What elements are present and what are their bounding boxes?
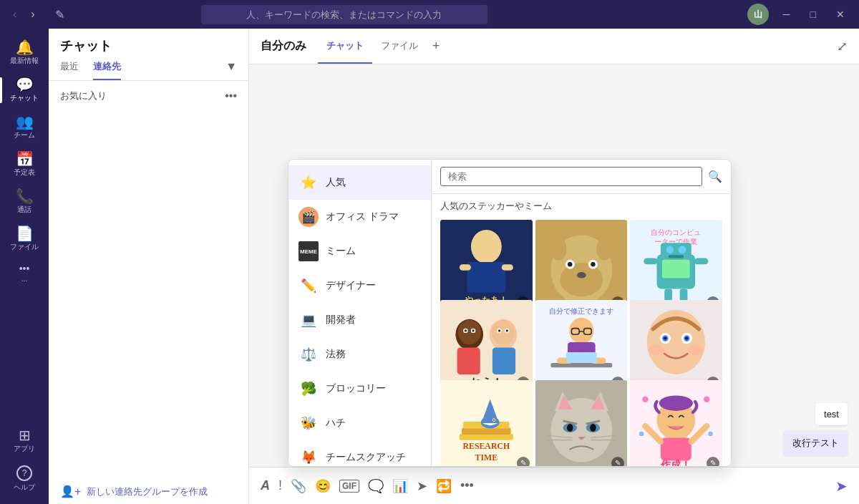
sticker-grumpy[interactable]: ✎ bbox=[535, 380, 628, 466]
sticker-baby[interactable]: ✎ bbox=[630, 300, 722, 392]
svg-point-31 bbox=[458, 320, 481, 344]
sidebar-item-calendar[interactable]: 📅 予定表 bbox=[0, 146, 49, 183]
back-button[interactable]: ‹ bbox=[9, 6, 21, 22]
category-office-drama[interactable]: 🎬 オフィス ドラマ bbox=[288, 200, 431, 234]
svg-point-64 bbox=[649, 344, 664, 355]
sticker-search-input[interactable] bbox=[440, 167, 702, 186]
svg-rect-43 bbox=[492, 347, 515, 374]
schedule-message-icon[interactable]: ➤ bbox=[417, 478, 427, 494]
tab-recent[interactable]: 最近 bbox=[60, 60, 79, 80]
more-actions-icon[interactable]: ••• bbox=[460, 478, 474, 493]
tab-contacts[interactable]: 連絡先 bbox=[93, 60, 121, 80]
category-bee-label: ハチ bbox=[326, 417, 346, 430]
loop-icon[interactable]: 🔁 bbox=[436, 478, 452, 494]
sticker-picker: ⭐ 人気 🎬 オフィス ドラマ MEME ミーム ✏️ デザイナー 💻 bbox=[288, 159, 732, 467]
favorites-section: お気に入り ••• bbox=[49, 81, 248, 111]
tab-channel-chat[interactable]: チャット bbox=[318, 29, 372, 64]
sticker-fix[interactable]: 自分で修正できます bbox=[535, 300, 628, 392]
message-bar: A ! 📎 😊 GIF 🗨️ 📊 ➤ 🔁 ••• ➤ bbox=[249, 467, 859, 504]
main-layout: 🔔 最新情報 💬 チャット 👥 チーム 📅 予定表 📞 通話 📄 ファイル ••… bbox=[0, 29, 859, 504]
sidebar-item-chat[interactable]: 💬 チャット bbox=[0, 72, 49, 109]
sidebar-item-activity[interactable]: 🔔 最新情報 bbox=[0, 34, 49, 72]
sticker-icon[interactable]: 🗨️ bbox=[368, 478, 384, 494]
maximize-button[interactable]: □ bbox=[805, 7, 822, 21]
sticker-research[interactable]: RESEARCH TIME ✎ bbox=[440, 380, 533, 466]
svg-point-84 bbox=[590, 424, 596, 432]
sticker-robot[interactable]: 自分のコンピュ ーターで作業 bbox=[630, 220, 722, 312]
sticker-main: 🔍 人気のステッカーやミーム bbox=[432, 160, 731, 466]
nav-buttons: ‹ › bbox=[9, 6, 39, 22]
new-contact-group-button[interactable]: 👤+ 新しい連絡先グループを作成 bbox=[49, 479, 248, 504]
svg-text:自分で修正できます: 自分で修正できます bbox=[549, 307, 613, 315]
message-test: test bbox=[815, 403, 848, 425]
svg-rect-24 bbox=[662, 260, 690, 278]
svg-text:自分のコンピュ: 自分のコンピュ bbox=[651, 228, 702, 236]
sidebar-label-apps: アプリ bbox=[14, 444, 35, 454]
svg-text:TIME: TIME bbox=[475, 452, 498, 462]
sidebar-label-files: ファイル bbox=[10, 242, 39, 252]
category-developer[interactable]: 💻 開発者 bbox=[288, 303, 431, 337]
poll-icon[interactable]: 📊 bbox=[392, 478, 408, 494]
forward-button[interactable]: › bbox=[26, 6, 39, 22]
svg-point-13 bbox=[577, 272, 586, 278]
category-broccoli[interactable]: 🥦 ブロッコリー bbox=[288, 372, 431, 406]
sidebar-item-calls[interactable]: 📞 通話 bbox=[0, 183, 49, 220]
sticker-research-edit[interactable]: ✎ bbox=[517, 457, 530, 466]
category-meme[interactable]: MEME ミーム bbox=[288, 234, 431, 268]
sticker-grid: やったあ！ ✎ bbox=[432, 217, 731, 466]
category-popular[interactable]: ⭐ 人気 bbox=[288, 165, 431, 200]
category-designer-label: デザイナー bbox=[326, 279, 376, 292]
category-bee[interactable]: 🐝 ハチ bbox=[288, 406, 431, 440]
svg-point-94 bbox=[639, 432, 644, 436]
channel-expand-icon[interactable]: ⤢ bbox=[837, 39, 848, 54]
svg-rect-68 bbox=[462, 427, 511, 435]
svg-text:作成！: 作成！ bbox=[661, 459, 691, 466]
svg-point-8 bbox=[560, 263, 603, 296]
svg-point-70 bbox=[481, 416, 500, 428]
chat-panel-header: チャット 最近 連絡先 ▼ bbox=[49, 29, 248, 81]
gif-icon[interactable]: GIF bbox=[339, 480, 359, 493]
sidebar-item-files[interactable]: 📄 ファイル bbox=[0, 220, 49, 258]
attachment-icon[interactable]: 📎 bbox=[291, 478, 306, 494]
format-text-icon[interactable]: A bbox=[261, 478, 270, 493]
filter-icon[interactable]: ▼ bbox=[225, 60, 237, 80]
category-designer[interactable]: ✏️ デザイナー bbox=[288, 268, 431, 303]
sticker-yaatta[interactable]: やったあ！ ✎ bbox=[440, 220, 533, 312]
svg-point-41 bbox=[498, 329, 500, 331]
close-button[interactable]: ✕ bbox=[830, 7, 850, 21]
category-popular-label: 人気 bbox=[326, 176, 346, 189]
sidebar-item-apps[interactable]: ⊞ アプリ bbox=[11, 422, 38, 460]
sidebar-item-help[interactable]: ? ヘルプ bbox=[11, 460, 38, 498]
meme-icon: MEME bbox=[299, 241, 319, 261]
compose-button[interactable]: ✎ bbox=[51, 6, 69, 23]
minimize-button[interactable]: ─ bbox=[777, 7, 796, 21]
right-area: 自分のみ チャット ファイル + ⤢ test 改行テスト ⭐ 人気 🎬 bbox=[249, 29, 859, 504]
favorites-label: お気に入り bbox=[60, 89, 107, 102]
send-button[interactable]: ➤ bbox=[835, 478, 848, 495]
svg-rect-4 bbox=[502, 264, 513, 271]
chat-tabs: 最近 連絡先 ▼ bbox=[60, 60, 237, 80]
favorites-more-button[interactable]: ••• bbox=[225, 89, 237, 102]
svg-point-38 bbox=[492, 320, 515, 344]
developer-icon: 💻 bbox=[299, 310, 319, 330]
svg-point-1 bbox=[471, 230, 502, 263]
svg-point-93 bbox=[704, 397, 710, 403]
sticker-nee[interactable]: ねえ！ ✎ bbox=[440, 300, 533, 392]
add-tab-button[interactable]: + bbox=[427, 29, 446, 64]
sidebar-label-chat: チャット bbox=[10, 93, 39, 103]
emoji-icon[interactable]: 😊 bbox=[315, 478, 331, 494]
sidebar-item-more[interactable]: ••• ... bbox=[0, 258, 49, 289]
avatar[interactable]: 山 bbox=[747, 4, 769, 25]
tab-channel-files[interactable]: ファイル bbox=[372, 29, 427, 64]
sticker-sakusei-edit[interactable]: ✎ bbox=[707, 457, 719, 466]
category-team-scratch[interactable]: 🦊 チームスクアッチ bbox=[288, 440, 431, 466]
sticker-sakusei[interactable]: 作成！ ✎ bbox=[630, 380, 722, 466]
sticker-doge[interactable]: ✎ bbox=[535, 220, 628, 312]
svg-point-12 bbox=[591, 262, 595, 266]
category-legal[interactable]: ⚖️ 法務 bbox=[288, 337, 431, 372]
sidebar-item-teams[interactable]: 👥 チーム bbox=[0, 109, 49, 146]
priority-icon[interactable]: ! bbox=[278, 478, 282, 493]
search-input[interactable] bbox=[201, 5, 487, 24]
svg-point-35 bbox=[472, 329, 474, 331]
more-icon: ••• bbox=[19, 263, 30, 273]
